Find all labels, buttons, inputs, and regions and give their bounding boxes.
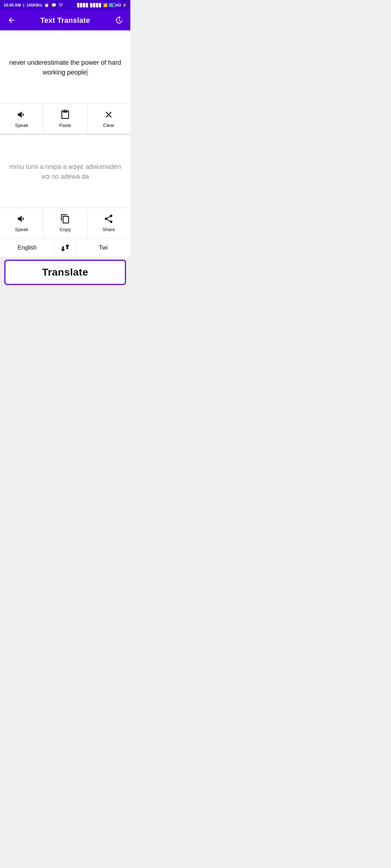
share-icon	[104, 214, 114, 224]
copy-label: Copy	[60, 227, 71, 232]
text-cursor	[87, 69, 88, 76]
paste-icon	[60, 110, 70, 120]
battery-percent: 63	[117, 3, 121, 7]
input-text-area[interactable]: never underestimate the power of hard wo…	[0, 30, 130, 103]
source-language-label: English	[18, 244, 37, 251]
copy-icon	[60, 214, 70, 224]
input-text: never underestimate the power of hard wo…	[6, 58, 125, 77]
bolt-icon: ⚡	[122, 3, 127, 7]
output-action-row: Speak Copy Share	[0, 208, 130, 238]
back-arrow-icon	[7, 16, 16, 25]
app-title: Text Translate	[40, 16, 90, 25]
output-text-area: mmu tumi a nnipa a wɔyɛ adwumaden wɔ no …	[0, 135, 130, 208]
output-text: mmu tumi a nnipa a wɔyɛ adwumaden wɔ no …	[6, 162, 125, 182]
speaker-icon	[17, 110, 27, 120]
paste-label: Paste	[59, 123, 71, 128]
target-language-label: Twi	[99, 244, 108, 251]
source-language-button[interactable]: English	[0, 238, 54, 257]
output-section: mmu tumi a nnipa a wɔyɛ adwumaden wɔ no …	[0, 134, 130, 238]
separator: |	[23, 3, 24, 7]
status-bar: 10:05 AM | 145KB/s ⏰ 💬 🛡 ▊▊▊▊ ▊▊▊▊ 📶 63 …	[0, 0, 130, 10]
output-speaker-icon	[17, 214, 27, 224]
input-speak-button[interactable]: Speak	[0, 104, 43, 134]
output-speak-label: Speak	[15, 227, 28, 232]
paste-button[interactable]: Paste	[43, 104, 87, 134]
signal-icon-2: ▊▊▊▊	[90, 3, 102, 7]
data-speed: 145KB/s	[26, 3, 42, 7]
input-speak-label: Speak	[15, 123, 28, 128]
wifi-icon: 📶	[103, 3, 108, 7]
swap-language-button[interactable]	[54, 238, 76, 257]
status-bar-left: 10:05 AM | 145KB/s ⏰ 💬 🛡	[4, 3, 63, 8]
main-content: never underestimate the power of hard wo…	[0, 30, 130, 289]
share-button[interactable]: Share	[87, 208, 130, 238]
output-speak-button[interactable]: Speak	[0, 208, 43, 238]
target-language-button[interactable]: Twi	[76, 238, 130, 257]
input-action-row: Speak Paste Clear	[0, 103, 130, 134]
whatsapp-icon: 💬	[51, 3, 56, 8]
clear-label: Clear	[103, 123, 114, 128]
share-label: Share	[102, 227, 115, 232]
time-text: 10:05 AM	[4, 3, 21, 7]
shield-icon: 🛡	[59, 3, 63, 7]
status-bar-right: ▊▊▊▊ ▊▊▊▊ 📶 63 ⚡	[77, 3, 127, 7]
clear-icon	[104, 110, 114, 120]
battery-fill	[110, 4, 113, 6]
language-bar: English Twi	[0, 238, 130, 257]
back-button[interactable]	[6, 14, 17, 26]
battery-icon	[109, 3, 115, 7]
translate-button[interactable]: Translate	[4, 260, 126, 285]
copy-button[interactable]: Copy	[43, 208, 87, 238]
signal-icon-1: ▊▊▊▊	[77, 3, 89, 7]
alarm-icon: ⏰	[44, 3, 49, 8]
history-button[interactable]	[113, 14, 125, 26]
swap-arrows-icon	[60, 244, 70, 251]
battery-box	[109, 3, 115, 7]
app-bar: Text Translate	[0, 10, 130, 30]
clear-button[interactable]: Clear	[87, 104, 130, 134]
history-icon	[114, 16, 123, 25]
input-section: never underestimate the power of hard wo…	[0, 30, 130, 134]
